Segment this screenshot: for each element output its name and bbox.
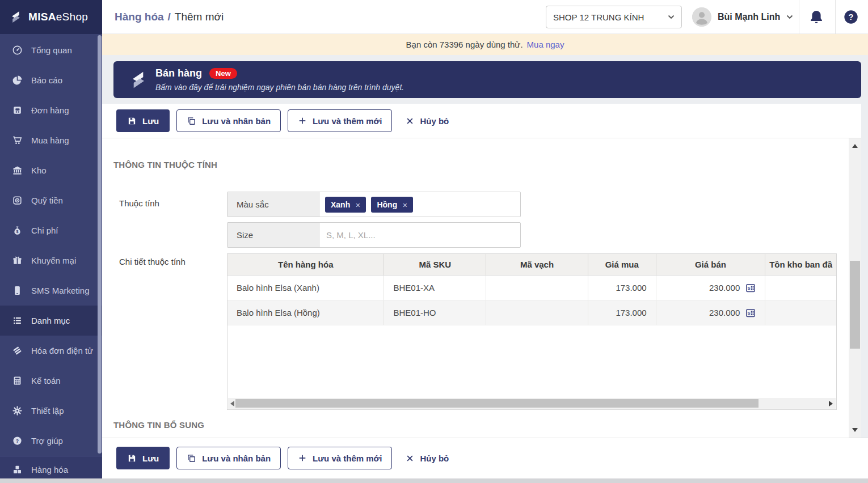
save-label: Lưu	[142, 454, 159, 463]
sidebar-item-quy-tien[interactable]: Quỹ tiền	[0, 185, 102, 215]
save-and-duplicate-label: Lưu và nhân bản	[202, 116, 271, 126]
column-header-purchase-price: Giá mua	[588, 254, 656, 275]
tag-label: Hồng	[377, 200, 397, 209]
gift-icon	[11, 255, 23, 266]
promo-banner[interactable]: Bán hàng New Bấm vào đây để trải nghiệm …	[113, 61, 861, 98]
misa-logo-icon	[127, 69, 150, 91]
sidebar-item-tro-giup[interactable]: ? Trợ giúp	[0, 426, 102, 456]
cart-icon	[11, 135, 23, 146]
breadcrumb-parent[interactable]: Hàng hóa	[115, 11, 164, 23]
vertical-scroll-thumb[interactable]	[850, 261, 860, 349]
orders-icon	[11, 105, 23, 116]
cell-sku[interactable]: BHE01-HO	[384, 300, 486, 325]
safe-icon	[11, 195, 23, 206]
sidebar-scrollbar[interactable]	[98, 35, 102, 454]
cell-sale-price[interactable]: 230.000 S	[656, 276, 766, 300]
column-header-sale-price: Giá bán	[656, 254, 766, 275]
app-logo[interactable]: MISAeShop	[0, 0, 102, 34]
action-toolbar-bottom: Lưu Lưu và nhân bản Lưu và thêm mới Hủy …	[102, 438, 868, 478]
scroll-right-arrow[interactable]	[829, 401, 833, 406]
question-circle-icon: ?	[843, 9, 859, 25]
cancel-button[interactable]: Hủy bỏ	[397, 447, 457, 469]
svg-text:S: S	[748, 310, 751, 315]
cancel-label: Hủy bỏ	[420, 116, 449, 126]
cell-name[interactable]: Balo hình Elsa (Xanh)	[227, 276, 384, 300]
price-book-icon[interactable]: S	[745, 308, 756, 318]
help-icon: ?	[11, 435, 23, 447]
form-vertical-scrollbar[interactable]	[849, 138, 861, 438]
copy-icon	[187, 454, 196, 463]
bell-icon	[808, 9, 824, 25]
user-menu[interactable]: Bùi Mạnh Linh	[692, 0, 793, 34]
size-values-input[interactable]	[325, 230, 520, 240]
user-name: Bùi Mạnh Linh	[718, 12, 780, 22]
sidebar-item-hoa-don-dien-tu[interactable]: Hóa đơn điện tử	[0, 336, 102, 366]
remove-tag-icon[interactable]	[355, 201, 360, 209]
app: MISAeShop Tổng quan Báo cáo Đơn hàng Mua…	[0, 0, 868, 483]
cell-name[interactable]: Balo hình Elsa (Hồng)	[227, 300, 384, 325]
buy-now-link[interactable]: Mua ngay	[527, 40, 564, 49]
sidebar-item-mua-hang[interactable]: Mua hàng	[0, 125, 102, 155]
sidebar-item-danh-muc[interactable]: Danh mục	[0, 306, 102, 336]
sidebar-item-tong-quan[interactable]: Tổng quan	[0, 35, 102, 65]
trial-banner: Bạn còn 73396 ngày dùng thử. Mua ngay	[102, 34, 868, 55]
cancel-label: Hủy bỏ	[420, 454, 449, 463]
variants-table: Tên hàng hóa Mã SKU Mã vạch Giá mua Giá …	[227, 253, 837, 410]
sidebar-item-thiet-lap[interactable]: Thiết lập	[0, 396, 102, 426]
shop-selector-value: SHOP 12 TRUNG KÍNH	[553, 12, 644, 22]
calculator-icon	[11, 375, 23, 387]
sidebar-item-don-hang[interactable]: Đơn hàng	[0, 95, 102, 125]
attribute-name-color: Màu sắc	[227, 192, 319, 217]
e-invoice-icon	[11, 345, 23, 357]
cell-barcode[interactable]	[486, 300, 588, 325]
scroll-left-arrow[interactable]	[230, 401, 234, 406]
table-header-row: Tên hàng hóa Mã SKU Mã vạch Giá mua Giá …	[227, 254, 836, 276]
sidebar-item-label: Hàng hóa	[31, 465, 68, 474]
notifications-button[interactable]	[808, 9, 824, 25]
chevron-down-icon	[786, 15, 793, 19]
list-icon	[11, 315, 23, 327]
sidebar-item-khuyen-mai[interactable]: Khuyến mại	[0, 245, 102, 276]
sidebar-item-ke-toan[interactable]: Kế toán	[0, 366, 102, 396]
remove-tag-icon[interactable]	[402, 201, 407, 209]
save-and-duplicate-button[interactable]: Lưu và nhân bản	[176, 447, 281, 469]
top-header: Hàng hóa / Thêm mới SHOP 12 TRUNG KÍNH B…	[102, 0, 868, 34]
table-row: Balo hình Elsa (Hồng) BHE01-HO 173.000 2…	[227, 300, 836, 325]
sidebar-item-bao-cao[interactable]: Báo cáo	[0, 65, 102, 95]
breadcrumb-separator: /	[168, 11, 171, 23]
color-values-input[interactable]: Xanh Hồng	[319, 192, 520, 217]
window-bottom-scrollbar[interactable]	[0, 478, 868, 483]
save-button[interactable]: Lưu	[116, 109, 170, 132]
save-and-duplicate-button[interactable]: Lưu và nhân bản	[176, 109, 281, 132]
svg-text:S: S	[748, 285, 751, 290]
save-button[interactable]: Lưu	[116, 447, 170, 469]
detail-label: Chi tiết thuộc tính	[119, 257, 186, 266]
cell-sale-price[interactable]: 230.000 S	[656, 300, 766, 325]
cell-sku[interactable]: BHE01-XA	[384, 276, 486, 300]
cell-barcode[interactable]	[486, 276, 588, 300]
save-and-new-label: Lưu và thêm mới	[313, 116, 382, 126]
cell-initial-stock[interactable]	[765, 300, 836, 325]
new-badge: New	[209, 68, 237, 79]
help-button[interactable]: ?	[843, 9, 859, 25]
save-and-new-button[interactable]: Lưu và thêm mới	[288, 447, 392, 469]
cell-purchase-price[interactable]: 173.000	[588, 300, 656, 325]
cell-initial-stock[interactable]	[765, 276, 836, 300]
sidebar-item-label: Quỹ tiền	[31, 196, 63, 205]
promo-subtitle: Bấm vào đây để trải nghiệm ngay phiên bả…	[155, 83, 404, 92]
scroll-down-arrow[interactable]	[852, 428, 858, 432]
cancel-button[interactable]: Hủy bỏ	[397, 109, 457, 132]
chevron-down-icon	[668, 15, 675, 19]
header-divider	[799, 0, 799, 34]
cell-purchase-price[interactable]: 173.000	[588, 276, 656, 300]
table-horizontal-scrollbar[interactable]	[228, 398, 836, 409]
scroll-up-arrow[interactable]	[852, 144, 858, 148]
shop-selector[interactable]: SHOP 12 TRUNG KÍNH	[546, 6, 682, 28]
horizontal-scroll-thumb[interactable]	[235, 399, 759, 408]
sidebar-item-sms-marketing[interactable]: SMS Marketing	[0, 276, 102, 306]
save-and-new-button[interactable]: Lưu và thêm mới	[288, 109, 392, 132]
avatar	[692, 7, 711, 27]
sidebar-item-chi-phi[interactable]: $ Chi phí	[0, 215, 102, 245]
sidebar-item-kho[interactable]: Kho	[0, 155, 102, 185]
price-book-icon[interactable]: S	[745, 283, 756, 293]
